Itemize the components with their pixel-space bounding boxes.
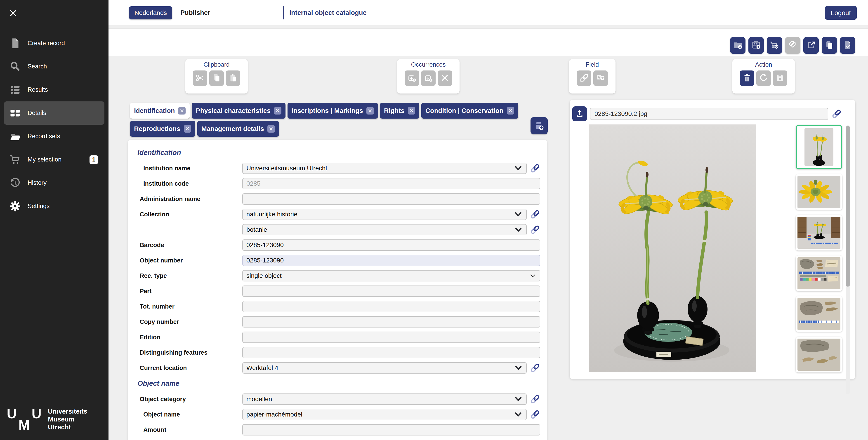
sidebar-item-search[interactable]: Search — [4, 55, 104, 78]
link-record-icon[interactable] — [530, 209, 540, 219]
form-row: Tot. number — [136, 301, 540, 312]
tab-label: Physical characteristics — [196, 107, 270, 114]
tab-rights[interactable]: Rights — [380, 103, 419, 119]
catalogue-title: Internal object catalogue — [289, 0, 367, 25]
dropdown-value: modellen — [246, 396, 272, 403]
media-link-icon[interactable] — [831, 109, 842, 119]
sidebar-item-settings[interactable]: Settings — [4, 195, 104, 218]
validate-record-button[interactable] — [840, 37, 855, 54]
tot-number-input[interactable] — [246, 303, 536, 310]
sidebar-item-create-record[interactable]: Create record — [4, 32, 104, 55]
doc-check-icon — [842, 40, 853, 51]
copy-number-input[interactable] — [246, 318, 536, 326]
copy-record-button[interactable] — [822, 37, 837, 54]
link-record-icon[interactable] — [530, 394, 540, 404]
part-input[interactable] — [246, 287, 536, 295]
institution-code-input[interactable] — [246, 180, 536, 187]
language-button[interactable]: Nederlands — [129, 6, 172, 20]
form-row: Institution code — [136, 178, 540, 189]
thumbnail-stone-fragments[interactable] — [796, 337, 842, 372]
sidebar-item-my-selection[interactable]: My selection1 — [4, 148, 104, 171]
record-toolbar — [730, 37, 855, 54]
main-image-preview[interactable] — [589, 125, 756, 372]
tab-physical-characteristics[interactable]: Physical characteristics — [192, 103, 285, 119]
institution-code-field — [242, 178, 540, 189]
upload-image-button[interactable] — [572, 106, 587, 121]
cart-check-icon — [769, 40, 780, 51]
amount-input[interactable] — [246, 426, 536, 434]
tab-inscriptions-markings[interactable]: Inscriptions | Markings — [287, 103, 378, 119]
close-menu-button[interactable] — [8, 8, 19, 19]
sidebar-item-history[interactable]: History — [4, 171, 104, 195]
cart-icon — [8, 153, 22, 166]
sidebar-item-details[interactable]: Details — [4, 101, 104, 125]
thumbnail-model-studio[interactable] — [796, 215, 842, 250]
logo-text: UniversiteitsMuseumUtrecht — [48, 407, 87, 431]
tab-condition-conservation[interactable]: Condition | Conservation — [421, 103, 518, 119]
insert-occurrence-above-button — [405, 70, 419, 86]
tab-identification[interactable]: Identification — [130, 103, 190, 119]
tab-close-icon[interactable] — [507, 107, 514, 114]
thumbnail-stone-with-ruler[interactable] — [796, 296, 842, 332]
form-row: Rec. typesingle object — [136, 270, 540, 281]
tab-close-icon[interactable] — [274, 107, 281, 114]
thumbnail-flower-closeup[interactable] — [796, 174, 842, 210]
link-record-icon[interactable] — [530, 363, 540, 373]
form-row: Object number — [136, 255, 540, 266]
form-row: Edition — [136, 332, 540, 343]
form-row: Barcode — [136, 239, 540, 251]
tab-close-icon[interactable] — [366, 107, 374, 114]
chevron-down-icon — [529, 272, 536, 279]
rec-type-dropdown[interactable]: single object — [242, 270, 540, 281]
add-to-record-set-button[interactable] — [730, 37, 745, 54]
institution-name-dropdown[interactable]: Universiteitsmuseum Utrecht — [242, 163, 527, 174]
sidebar-item-results[interactable]: Results — [4, 78, 104, 101]
tab-label: Reproductions — [134, 125, 180, 133]
sidebar-item-label: Record sets — [28, 133, 60, 140]
administration-name-input[interactable] — [246, 195, 536, 203]
form-row: Object categorymodellen — [136, 394, 540, 405]
barcode-input[interactable] — [246, 241, 536, 249]
edition-input[interactable] — [246, 334, 536, 341]
share-record-button[interactable] — [803, 37, 819, 54]
add-to-selection-button[interactable] — [767, 37, 782, 54]
tab-management-details[interactable]: Management details — [197, 121, 279, 137]
add-screen-tab-button[interactable] — [530, 117, 548, 134]
undo-icon — [758, 73, 769, 84]
tab-close-icon[interactable] — [184, 125, 191, 133]
trash-icon — [742, 73, 752, 84]
thumbnail-scrollbar[interactable] — [846, 126, 850, 286]
distinguishing-features-input[interactable] — [246, 349, 536, 356]
media-panel — [569, 100, 855, 379]
paste-button — [226, 70, 240, 86]
tab-close-icon[interactable] — [408, 107, 415, 114]
collection-dropdown[interactable]: natuurlijke historie — [242, 209, 527, 220]
tab-close-icon[interactable] — [268, 125, 275, 133]
object-category-dropdown[interactable]: modellen — [242, 394, 527, 405]
media-filename-input[interactable] — [590, 108, 828, 120]
amount-field — [242, 424, 540, 436]
link-record-icon[interactable] — [530, 409, 540, 420]
move-to-location-button[interactable] — [748, 37, 764, 54]
collection-sub-dropdown[interactable]: botanie — [242, 224, 527, 235]
administration-name-field — [242, 193, 540, 205]
dropdown-value: papier-machémodel — [246, 411, 302, 418]
thumbnail-model-front[interactable] — [796, 125, 842, 169]
delete-record-button[interactable] — [740, 70, 754, 86]
current-location-dropdown[interactable]: Werktafel 4 — [242, 362, 527, 374]
sidebar-item-record-sets[interactable]: Record sets — [4, 125, 104, 148]
tab-label: Condition | Conservation — [426, 107, 503, 114]
link-record-icon[interactable] — [530, 163, 540, 173]
object-name-dropdown[interactable]: papier-machémodel — [242, 409, 527, 420]
logout-button[interactable]: Logout — [825, 6, 857, 20]
paste-icon — [228, 73, 238, 84]
form-row: Administration name — [136, 193, 540, 205]
application-window: Nederlands Publisher Internal object cat… — [0, 0, 868, 440]
thumbnail-fossils-with-scale[interactable] — [796, 256, 842, 291]
form-row: Collectionnatuurlijke historie — [136, 209, 540, 220]
tab-close-icon[interactable] — [178, 107, 186, 114]
tab-reproductions[interactable]: Reproductions — [130, 121, 195, 137]
link-record-icon[interactable] — [530, 225, 540, 235]
top-bar: Nederlands Publisher Internal object cat… — [108, 0, 868, 25]
object-number-input[interactable] — [246, 257, 536, 264]
